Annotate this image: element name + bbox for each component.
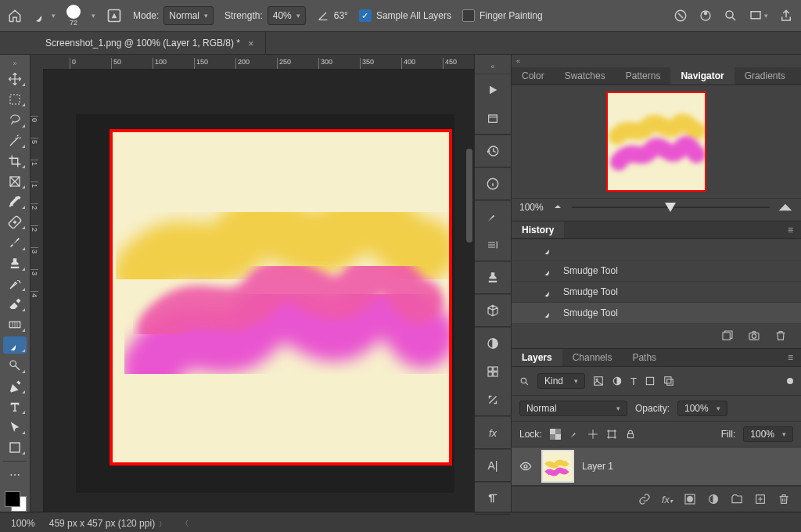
panel-tab-swatches[interactable]: Swatches [555,67,616,84]
brush-preset-button[interactable]: 72 [66,5,81,27]
eyedropper-tool[interactable] [3,193,27,210]
lock-all-icon[interactable] [625,429,636,440]
panel-tab-channels[interactable]: Channels [562,349,623,366]
horizontal-ruler[interactable]: 050100150200250300350400450 [43,55,474,70]
heal-tool[interactable] [3,214,27,231]
panel-tab-layers[interactable]: Layers [512,349,562,366]
new-layer-icon[interactable] [754,493,767,505]
eraser-tool[interactable] [3,296,27,313]
lock-paint-icon[interactable] [569,429,580,440]
opacity-input[interactable]: 100%▾ [677,401,727,416]
shape-tool[interactable] [3,439,27,456]
layer-thumbnail[interactable] [541,450,574,483]
trash-icon[interactable] [778,493,790,505]
brushes-dock-icon[interactable] [482,207,504,226]
group-icon[interactable] [731,493,743,505]
smudge-tool[interactable] [3,336,27,354]
canvas-area[interactable]: 050100150200250300350400450 051122334 [31,55,474,512]
history-panel-menu-icon[interactable]: ≡ [780,221,801,239]
cloud-icon[interactable] [699,9,713,23]
zoom-in-icon[interactable] [778,203,793,212]
vertical-scrollbar[interactable] [466,149,472,243]
share-icon[interactable] [779,9,793,23]
color-swatches[interactable] [3,490,27,512]
history-row[interactable] [512,239,801,260]
brush-settings-dock-icon[interactable] [482,235,504,254]
filter-shape-icon[interactable] [645,376,656,386]
lock-artboard-icon[interactable] [606,429,617,440]
home-icon[interactable] [8,9,22,23]
strength-input[interactable]: 40%▾ [268,6,306,25]
status-zoom[interactable]: 100% [11,518,35,529]
panel-tab-gradients[interactable]: Gradients [735,67,796,84]
nav-panel-menu-icon[interactable]: ≡ [796,67,801,84]
filter-type-icon[interactable]: T [630,376,637,387]
lock-position-icon[interactable] [587,429,598,440]
mode-dropdown[interactable]: Normal▾ [163,6,214,25]
history-dock-icon[interactable] [482,142,504,160]
mask-icon[interactable] [684,493,696,505]
layers-panel-menu-icon[interactable]: ≡ [780,349,801,366]
paragraph-dock-icon[interactable] [482,489,504,508]
filter-toggle[interactable] [787,378,793,384]
finger-painting-checkbox[interactable]: Finger Painting [462,9,543,22]
fx-icon[interactable]: fx▾ [662,494,673,505]
path-select-tool[interactable] [3,419,27,436]
modify-dock-icon[interactable] [482,390,504,409]
info-dock-icon[interactable] [482,174,504,193]
type-tool[interactable] [3,398,27,415]
gradient-tool[interactable] [3,316,27,333]
brush-panel-icon[interactable] [106,8,122,23]
3d-dock-icon[interactable] [482,301,504,320]
nav-zoom-slider[interactable] [572,200,770,214]
filter-adjust-icon[interactable] [612,376,623,386]
link-layers-icon[interactable] [638,493,651,505]
panel-tab-navigator[interactable]: Navigator [670,67,734,84]
history-row[interactable]: Smudge Tool [512,260,801,281]
history-row[interactable]: Smudge Tool [512,281,801,302]
adjustment-layer-icon[interactable] [707,493,720,505]
move-tool[interactable] [3,70,27,88]
blend-mode-dropdown[interactable]: Normal▾ [519,401,627,416]
filter-smart-icon[interactable] [663,376,674,386]
layer-row[interactable]: Layer 1 [512,448,801,486]
pen-tool[interactable] [3,378,27,395]
navigator-preview[interactable] [512,85,801,198]
camera-icon[interactable] [748,329,760,342]
lasso-tool[interactable] [3,111,27,128]
panel-tab-paths[interactable]: Paths [622,349,666,366]
fill-input[interactable]: 100%▾ [743,426,793,442]
history-row[interactable]: Smudge Tool [512,302,801,323]
nav-zoom-value[interactable]: 100% [519,202,544,213]
fx-dock-icon[interactable]: fx [482,423,504,442]
play-action-icon[interactable] [482,81,504,99]
history-trash-icon[interactable] [774,329,787,342]
panel-tab-patterns[interactable]: Patterns [616,67,671,84]
pressure-opacity-icon[interactable] [673,9,688,23]
close-tab-icon[interactable]: × [248,38,254,49]
history-brush-tool[interactable] [3,275,27,293]
marquee-tool[interactable] [3,91,27,108]
panel-tab-color[interactable]: Color [512,67,555,84]
search-icon[interactable] [724,9,738,23]
glyphs-dock-icon[interactable]: A| [482,456,504,475]
zoom-out-icon[interactable] [551,203,564,211]
clone-dock-icon[interactable] [482,268,504,287]
vertical-ruler[interactable]: 051122334 [31,69,44,512]
new-snapshot-icon[interactable] [721,329,734,342]
status-dims[interactable]: 459 px x 457 px (120 ppi) [49,518,155,529]
visibility-icon[interactable] [518,460,533,473]
dodge-tool[interactable] [3,357,27,374]
stamp-tool[interactable] [3,255,27,272]
layer-name[interactable]: Layer 1 [582,461,613,472]
lock-transparent-icon[interactable] [550,429,561,440]
angle-value[interactable]: 63° [334,10,348,21]
filter-image-icon[interactable] [593,376,604,386]
document-canvas[interactable] [110,129,452,466]
search-layers-icon[interactable] [519,376,530,386]
adjustments-dock-icon[interactable] [482,334,504,353]
screen-mode-icon[interactable]: ▾ [749,9,768,23]
frame-tool[interactable] [3,173,27,190]
properties-icon[interactable] [482,109,504,128]
more-tools[interactable]: ⋯ [3,466,27,483]
